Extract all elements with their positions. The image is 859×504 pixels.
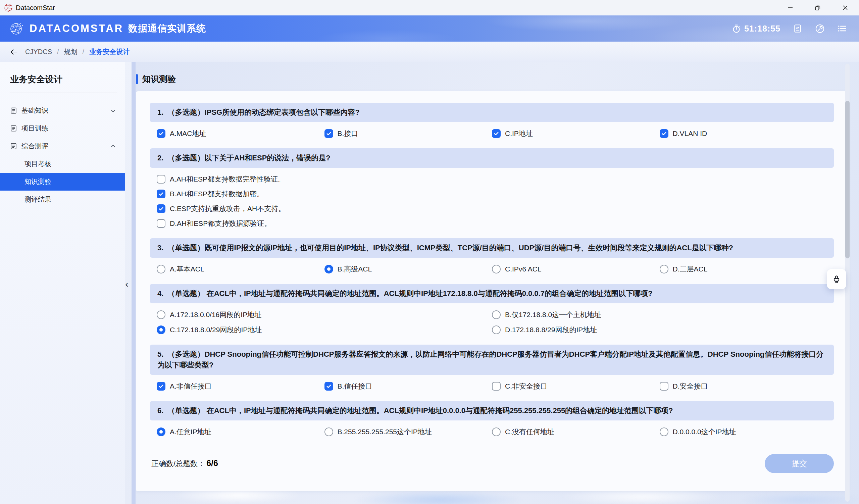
restore-icon <box>814 4 821 11</box>
radio-unselected-icon[interactable] <box>492 265 501 274</box>
option-label: B.255.255.255.255这个IP地址 <box>337 427 432 437</box>
back-button[interactable] <box>10 48 18 56</box>
checkbox-unselected-icon[interactable] <box>492 382 501 391</box>
checkbox-unselected-icon[interactable] <box>157 219 165 228</box>
checkbox-unselected-icon[interactable] <box>660 382 668 391</box>
minimize-button[interactable] <box>777 0 804 15</box>
q1-option-B[interactable]: B.接口 <box>325 129 492 138</box>
quiz-footer: 正确数/总题数：6/6 提交 <box>150 447 834 473</box>
radio-unselected-icon[interactable] <box>660 427 668 436</box>
q3-option-D[interactable]: D.二层ACL <box>660 264 827 274</box>
app-header: DATACOMSTAR 数据通信实训系统 51:18:55 <box>0 15 859 42</box>
q3-option-C[interactable]: C.IPv6 ACL <box>492 264 660 274</box>
document-icon <box>10 107 17 114</box>
option-label: A.172.18.0.0/16网段的IP地址 <box>170 310 261 319</box>
q4-option-B[interactable]: B.仅172.18.8.0这一个主机地址 <box>492 310 827 319</box>
checkbox-selected-icon[interactable] <box>492 129 501 138</box>
checkbox-unselected-icon[interactable] <box>157 175 165 184</box>
report-button[interactable] <box>793 24 803 33</box>
q6-option-D[interactable]: D.0.0.0.0这个IP地址 <box>660 427 827 437</box>
content-area: 业务安全设计 基础知识 项目训练 <box>0 62 859 504</box>
q5-option-A[interactable]: A.非信任接口 <box>157 382 325 391</box>
option-label: B.接口 <box>337 129 358 138</box>
question-options: A.任意IP地址B.255.255.255.255这个IP地址C.没有任何地址D… <box>150 421 834 437</box>
exam-timer: 51:18:55 <box>732 24 781 33</box>
sidebar-item-label: 综合测评 <box>21 142 48 151</box>
check-icon <box>661 131 667 137</box>
check-icon <box>326 383 332 389</box>
q6-option-A[interactable]: A.任意IP地址 <box>157 427 325 437</box>
sidebar-divider <box>10 93 117 93</box>
sidebar-subitem-label: 知识测验 <box>25 177 51 186</box>
option-label: A.MAC地址 <box>170 129 206 138</box>
menu-button[interactable] <box>837 24 847 33</box>
restore-button[interactable] <box>804 0 831 15</box>
breadcrumb-item-cjydcs[interactable]: CJYDCS <box>25 48 52 56</box>
breadcrumb-item-current[interactable]: 业务安全设计 <box>89 47 130 56</box>
q6-option-B[interactable]: B.255.255.255.255这个IP地址 <box>325 427 492 437</box>
q1-option-D[interactable]: D.VLAN ID <box>660 129 827 138</box>
option-label: D.0.0.0.0这个IP地址 <box>673 427 736 437</box>
checkbox-selected-icon[interactable] <box>157 189 165 198</box>
sidebar-collapse-handle[interactable]: ‹ <box>123 278 131 290</box>
q4-option-A[interactable]: A.172.18.0.0/16网段的IP地址 <box>157 310 492 319</box>
q3-option-A[interactable]: A.基本ACL <box>157 264 325 274</box>
score-label: 正确数/总题数： <box>151 459 205 468</box>
breadcrumb-item-planning[interactable]: 规划 <box>64 47 77 56</box>
checkbox-selected-icon[interactable] <box>660 129 668 138</box>
q1-option-A[interactable]: A.MAC地址 <box>157 129 325 138</box>
back-arrow-icon <box>10 48 18 56</box>
q4-option-C[interactable]: C.172.18.8.0/29网段的IP地址 <box>157 325 492 335</box>
score-value: 6/6 <box>206 458 218 468</box>
q5-option-C[interactable]: C.非安全接口 <box>492 382 660 391</box>
radio-selected-icon[interactable] <box>157 427 165 436</box>
radio-selected-icon[interactable] <box>325 265 333 274</box>
submit-button[interactable]: 提交 <box>765 454 834 473</box>
checkbox-selected-icon[interactable] <box>325 382 333 391</box>
sidebar-item-comprehensive-eval[interactable]: 综合测评 <box>0 137 125 155</box>
checkbox-selected-icon[interactable] <box>157 204 165 213</box>
sidebar-item-project-assessment[interactable]: 项目考核 <box>0 155 125 173</box>
option-label: A.非信任接口 <box>170 382 212 391</box>
option-label: A.AH和ESP都支持数据完整性验证。 <box>170 174 285 184</box>
q2-option-D[interactable]: D.AH和ESP都支持数据源验证。 <box>157 219 827 228</box>
q2-option-A[interactable]: A.AH和ESP都支持数据完整性验证。 <box>157 174 827 184</box>
checkbox-selected-icon[interactable] <box>325 129 333 138</box>
score-summary: 正确数/总题数：6/6 <box>151 458 218 469</box>
main-area: 知识测验 1. （多选题）IPSG所使用的动态绑定表项包含以下哪些内容?A.MA… <box>136 62 859 504</box>
sidebar-item-knowledge-quiz[interactable]: 知识测验 <box>0 173 125 190</box>
scrollbar-thumb[interactable] <box>845 101 849 258</box>
white-globe-network-icon <box>9 21 24 36</box>
option-label: D.AH和ESP都支持数据源验证。 <box>170 219 271 228</box>
q6-option-C[interactable]: C.没有任何地址 <box>492 427 660 437</box>
radio-unselected-icon[interactable] <box>325 427 333 436</box>
radio-unselected-icon[interactable] <box>157 310 165 319</box>
question-header: 1. （多选题）IPSG所使用的动态绑定表项包含以下哪些内容? <box>150 103 834 122</box>
radio-unselected-icon[interactable] <box>492 427 501 436</box>
q2-option-C[interactable]: C.ESP支持抗重放攻击，AH不支持。 <box>157 204 827 213</box>
sidebar-item-basics[interactable]: 基础知识 <box>0 102 125 120</box>
sidebar: 业务安全设计 基础知识 项目训练 <box>0 62 125 504</box>
q4-option-D[interactable]: D.172.18.8.8/29网段的IP地址 <box>492 325 827 335</box>
tools-button[interactable] <box>815 24 825 33</box>
title-accent-bar <box>136 74 138 84</box>
radio-unselected-icon[interactable] <box>660 265 668 274</box>
sidebar-title: 业务安全设计 <box>0 71 125 93</box>
q3-option-B[interactable]: B.高级ACL <box>325 264 492 274</box>
radio-unselected-icon[interactable] <box>157 265 165 274</box>
radio-selected-icon[interactable] <box>157 325 165 334</box>
q5-option-D[interactable]: D.安全接口 <box>660 382 827 391</box>
q2-option-B[interactable]: B.AH和ESP都支持数据加密。 <box>157 189 827 199</box>
radio-unselected-icon[interactable] <box>492 310 501 319</box>
q5-option-B[interactable]: B.信任接口 <box>325 382 492 391</box>
checkbox-selected-icon[interactable] <box>157 129 165 138</box>
sidebar-item-project-training[interactable]: 项目训练 <box>0 120 125 137</box>
clear-answers-button[interactable] <box>827 269 846 289</box>
check-icon <box>326 131 332 137</box>
checkbox-selected-icon[interactable] <box>157 382 165 391</box>
question-1: 1. （多选题）IPSG所使用的动态绑定表项包含以下哪些内容?A.MAC地址B.… <box>150 103 834 138</box>
radio-unselected-icon[interactable] <box>492 325 501 334</box>
q1-option-C[interactable]: C.IP地址 <box>492 129 660 138</box>
close-button[interactable] <box>831 0 859 15</box>
sidebar-item-eval-results[interactable]: 测评结果 <box>0 190 125 208</box>
